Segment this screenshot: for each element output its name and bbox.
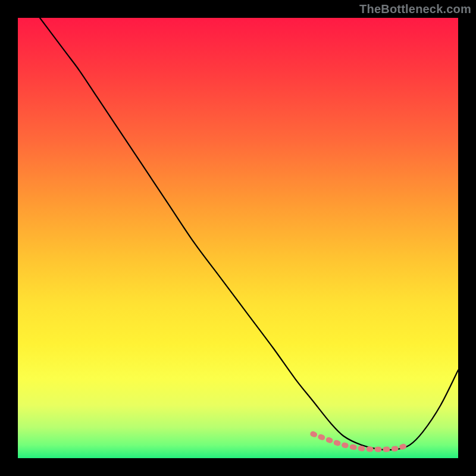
chart-frame: TheBottleneck.com [0, 0, 476, 476]
watermark-text: TheBottleneck.com [359, 2, 471, 16]
bottleneck-curve-line [40, 18, 458, 450]
highlight-band-line [313, 434, 410, 449]
chart-svg-layer [18, 18, 458, 458]
plot-area [18, 18, 458, 458]
